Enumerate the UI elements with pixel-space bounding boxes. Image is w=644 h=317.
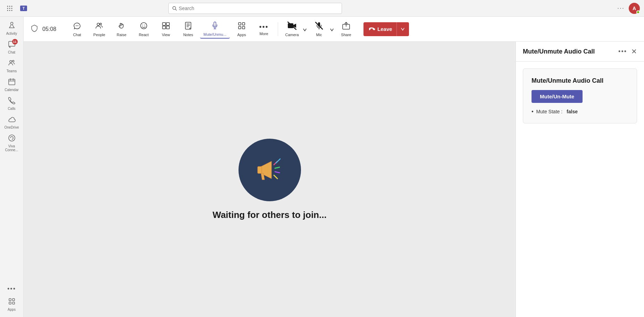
- toolbar-btn-apps[interactable]: Apps: [231, 20, 252, 38]
- bullet-icon: •: [532, 108, 534, 115]
- teams-logo: T: [18, 3, 29, 14]
- svg-line-57: [276, 159, 280, 163]
- sidebar-item-calls[interactable]: Calls: [2, 95, 22, 113]
- sidebar-item-more-apps[interactable]: •••: [2, 283, 22, 295]
- svg-point-1: [9, 6, 10, 7]
- leave-btn-main[interactable]: Leave: [369, 26, 396, 32]
- svg-point-6: [7, 10, 8, 11]
- leave-phone-icon: [369, 26, 375, 32]
- svg-point-2: [11, 6, 12, 7]
- sidebar-apps-label: Apps: [8, 308, 16, 311]
- toolbar-chat-icon: [73, 22, 81, 32]
- mute-unmute-button[interactable]: Mute/Un-Mute: [532, 90, 583, 103]
- svg-point-15: [12, 60, 14, 62]
- sidebar-item-activity[interactable]: Activity: [2, 19, 22, 38]
- svg-rect-34: [166, 23, 169, 25]
- leave-dropdown-arrow[interactable]: [396, 22, 409, 36]
- toolbar-mic-label: Mic: [316, 33, 322, 37]
- toolbar-btn-mute-unmute[interactable]: Mute/Unmu...: [200, 20, 230, 39]
- toolbar-mic-off-icon: [315, 22, 323, 32]
- waiting-text: Waiting for others to join...: [212, 210, 326, 220]
- svg-line-12: [175, 9, 176, 10]
- sidebar-item-apps[interactable]: Apps: [2, 295, 22, 314]
- svg-point-4: [9, 8, 10, 9]
- panel-more-icon[interactable]: •••: [618, 48, 627, 55]
- sidebar-item-teams[interactable]: Teams: [2, 57, 22, 75]
- mute-state-line: • Mute State : false: [532, 108, 628, 115]
- viva-icon: [8, 134, 16, 144]
- sidebar-item-onedrive[interactable]: OneDrive: [2, 113, 22, 131]
- sidebar: Activity 11 Chat Teams: [0, 17, 24, 317]
- waiting-area: Waiting for others to join...: [212, 139, 326, 220]
- sidebar-item-viva[interactable]: Viva Conne...: [2, 132, 22, 154]
- toolbar-share-icon: [342, 22, 350, 32]
- toolbar-view-icon: [162, 22, 170, 32]
- svg-point-20: [9, 135, 15, 141]
- toolbar-btn-camera[interactable]: Camera: [282, 20, 302, 38]
- svg-rect-52: [258, 166, 262, 173]
- toolbar-more-icon: •••: [259, 23, 269, 31]
- grid-icon[interactable]: [4, 3, 15, 14]
- toolbar-btn-view[interactable]: View: [156, 20, 176, 38]
- svg-point-29: [100, 23, 102, 25]
- toolbar-btn-share[interactable]: Share: [336, 20, 357, 38]
- sidebar-item-calendar[interactable]: Calendar: [2, 76, 22, 94]
- toolbar-people-label: People: [93, 33, 105, 37]
- svg-point-27: [78, 25, 78, 26]
- call-area: 05:08 Chat: [24, 17, 644, 317]
- sidebar-calendar-label: Calendar: [5, 88, 19, 92]
- toolbar-btn-mic[interactable]: Mic: [309, 20, 329, 38]
- svg-rect-23: [9, 302, 11, 304]
- mic-dropdown-arrow[interactable]: [329, 27, 334, 33]
- toolbar-btn-react[interactable]: React: [133, 20, 154, 38]
- onedrive-icon: [8, 115, 16, 125]
- shield-icon: [31, 24, 38, 34]
- topbar-more-icon[interactable]: ···: [617, 5, 625, 12]
- toolbar-btn-raise[interactable]: Raise: [111, 20, 132, 38]
- call-content: Waiting for others to join...: [24, 42, 516, 317]
- toolbar-btn-chat[interactable]: Chat: [67, 20, 87, 38]
- search-box[interactable]: [168, 3, 342, 14]
- svg-rect-45: [239, 26, 241, 29]
- avatar-status: [636, 10, 640, 14]
- mute-state-value: false: [567, 109, 578, 114]
- toolbar-separator-1: [278, 22, 278, 36]
- svg-line-54: [275, 167, 279, 168]
- call-timer: 05:08: [42, 26, 60, 32]
- toolbar-raise-label: Raise: [117, 33, 126, 37]
- panel-header: Mute/Unmute Audio Call ••• ✕: [516, 42, 644, 62]
- toolbar-apps-icon: [237, 22, 246, 32]
- apps-grid-icon: [8, 298, 16, 307]
- panel-card: Mute/Unmute Audio Call Mute/Un-Mute • Mu…: [523, 68, 637, 123]
- toolbar-btn-people[interactable]: People: [89, 20, 110, 38]
- svg-rect-21: [9, 299, 11, 301]
- svg-rect-33: [162, 23, 166, 25]
- svg-rect-44: [242, 23, 245, 25]
- avatar[interactable]: A: [629, 3, 640, 14]
- svg-point-28: [97, 23, 100, 25]
- svg-rect-22: [12, 299, 15, 301]
- toolbar-camera-group: Camera: [282, 20, 307, 38]
- top-bar-right: ··· A: [617, 3, 640, 14]
- camera-dropdown-arrow[interactable]: [302, 27, 307, 33]
- calls-icon: [8, 97, 16, 106]
- svg-point-5: [11, 8, 12, 9]
- toolbar-notes-icon: [184, 22, 192, 32]
- toolbar-react-label: React: [139, 33, 149, 37]
- svg-point-14: [10, 60, 12, 63]
- right-panel: Mute/Unmute Audio Call ••• ✕ Mute/Unmute…: [516, 42, 644, 317]
- svg-point-25: [76, 25, 76, 26]
- search-input[interactable]: [179, 6, 338, 11]
- sidebar-viva-label: Viva Conne...: [2, 144, 22, 152]
- toolbar-people-icon: [95, 22, 103, 32]
- toolbar-mic-group: Mic: [309, 20, 334, 38]
- toolbar-btn-more[interactable]: ••• More: [253, 21, 274, 37]
- teams-icon: [8, 59, 16, 68]
- panel-close-button[interactable]: ✕: [631, 47, 637, 56]
- megaphone-icon: [252, 153, 287, 187]
- svg-line-56: [274, 175, 277, 179]
- sidebar-item-chat[interactable]: 11 Chat: [2, 38, 22, 56]
- toolbar-more-label: More: [260, 32, 268, 36]
- toolbar-btn-notes[interactable]: Notes: [178, 20, 199, 38]
- svg-point-30: [141, 23, 147, 29]
